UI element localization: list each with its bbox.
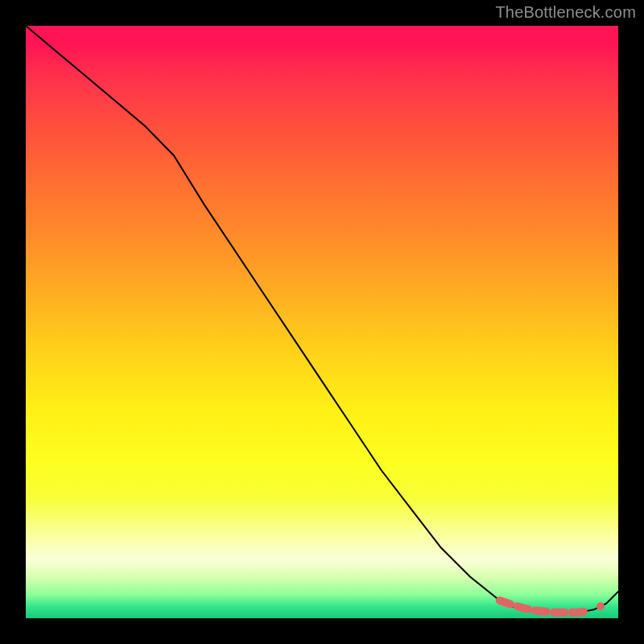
svg-point-0 [597,602,605,610]
plot-area [26,26,618,618]
chart-frame: TheBottleneck.com [0,0,644,644]
watermark-text: TheBottleneck.com [495,3,636,22]
curve-line [26,26,618,618]
highlight-markers [26,26,618,618]
